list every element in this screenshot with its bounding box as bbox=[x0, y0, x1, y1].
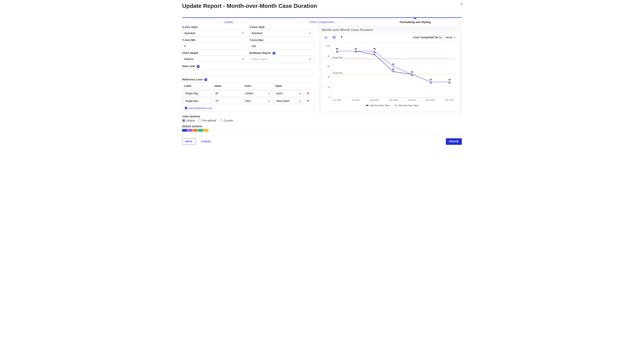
step-label: Details bbox=[224, 20, 233, 24]
page-title: Update Report - Month-over-Month Case Du… bbox=[182, 3, 462, 9]
svg-text:0: 0 bbox=[329, 96, 330, 98]
svg-text:60: 60 bbox=[328, 65, 330, 68]
footer: BACK CANCEL UPDATE bbox=[178, 136, 466, 148]
svg-rect-0 bbox=[333, 36, 335, 38]
chart-area: 020406080100Target Avg.Target MaxJun 202… bbox=[322, 42, 459, 111]
svg-text:20: 20 bbox=[328, 86, 330, 88]
svg-text:45: 45 bbox=[411, 71, 413, 73]
svg-text:Jul 2023: Jul 2023 bbox=[352, 99, 360, 101]
update-button[interactable]: UPDATE bbox=[446, 138, 462, 145]
modal-header: Update Report - Month-over-Month Case Du… bbox=[178, 0, 466, 13]
add-reference-line-label: Add Reference Line bbox=[189, 107, 212, 110]
form-panel: X-Axis Style Standard Y-Axis Style Stand… bbox=[182, 26, 314, 132]
svg-text:30: 30 bbox=[448, 78, 450, 81]
groupby-label: Case Completed On by bbox=[413, 36, 442, 39]
svg-text:Dec 2023: Dec 2023 bbox=[445, 99, 454, 101]
step-label: Chart Configuration bbox=[310, 20, 334, 24]
ref-color-select[interactable]: Red bbox=[243, 98, 273, 104]
svg-text:80: 80 bbox=[328, 55, 330, 57]
radio-icon bbox=[182, 119, 185, 122]
radio-icon bbox=[198, 119, 201, 122]
xaxis-style-label: X-Axis Style bbox=[182, 26, 246, 28]
step-formatting-styling[interactable]: Formatting and Styling bbox=[369, 17, 462, 24]
svg-text:30: 30 bbox=[430, 78, 432, 81]
delete-row-icon[interactable]: ✕ bbox=[306, 92, 309, 95]
groupby-select[interactable]: Month bbox=[444, 34, 458, 40]
step-label: Formatting and Styling bbox=[400, 20, 431, 24]
svg-text:Aug 2023: Aug 2023 bbox=[370, 99, 379, 101]
data-limit-input[interactable] bbox=[182, 69, 314, 76]
plus-icon: + bbox=[185, 107, 188, 110]
radio-label: Custom bbox=[224, 119, 233, 122]
help-icon[interactable]: ? bbox=[197, 65, 200, 68]
cancel-button[interactable]: CANCEL bbox=[198, 138, 214, 145]
yaxis-min-input[interactable] bbox=[182, 43, 246, 50]
yaxis-max-input[interactable] bbox=[250, 43, 314, 50]
reference-line-row: Red Short-dash ✕ bbox=[182, 97, 314, 105]
data-limit-label: Data Limit ? bbox=[182, 64, 314, 68]
drilldown-select[interactable]: Select Report bbox=[250, 56, 314, 63]
svg-text:Avg Num Days Open: Avg Num Days Open bbox=[370, 104, 390, 106]
yaxis-style-select[interactable]: Standard bbox=[250, 30, 314, 36]
table-view-icon[interactable] bbox=[331, 34, 337, 40]
color-swatch bbox=[193, 129, 198, 132]
svg-text:Target Max: Target Max bbox=[332, 56, 343, 58]
svg-text:50: 50 bbox=[392, 68, 394, 70]
color-scheme-predefined-radio[interactable]: Pre-defined bbox=[198, 119, 216, 122]
step-chart-configuration[interactable]: Chart Configuration bbox=[275, 17, 368, 24]
ref-value-input[interactable] bbox=[213, 98, 242, 104]
back-button[interactable]: BACK bbox=[182, 138, 196, 145]
ref-label-input[interactable] bbox=[183, 98, 212, 104]
step-details[interactable]: Details bbox=[182, 17, 275, 24]
color-swatch bbox=[198, 129, 203, 132]
xaxis-style-select[interactable]: Standard bbox=[182, 30, 246, 36]
ref-style-select[interactable]: Short-dash bbox=[274, 98, 304, 104]
svg-text:100: 100 bbox=[326, 45, 330, 47]
ref-header-value: Value bbox=[212, 82, 242, 90]
svg-text:40: 40 bbox=[328, 76, 330, 78]
ref-header-color: Color bbox=[242, 82, 274, 90]
ref-style-select[interactable]: Dash bbox=[274, 90, 304, 96]
stepper: Details Chart Configuration Formatting a… bbox=[182, 17, 462, 24]
delete-row-icon[interactable]: ✕ bbox=[306, 99, 309, 103]
preview-title: Month-over-Month Case Duration bbox=[322, 28, 459, 32]
default-scheme-label: Default Scheme bbox=[182, 125, 314, 128]
svg-point-53 bbox=[366, 104, 368, 106]
ref-value-input[interactable] bbox=[213, 90, 242, 96]
default-scheme-swatches bbox=[182, 129, 314, 132]
svg-text:90: 90 bbox=[354, 48, 357, 50]
reference-lines-label: Reference Lines ? bbox=[182, 78, 314, 81]
svg-text:90: 90 bbox=[374, 48, 376, 50]
color-scheme-default-radio[interactable]: Default bbox=[182, 119, 195, 122]
color-scheme-custom-radio[interactable]: Custom bbox=[220, 119, 233, 122]
chart-view-icon[interactable] bbox=[323, 34, 330, 40]
drilldown-label: Drilldown Report ? bbox=[250, 52, 314, 55]
filter-icon[interactable] bbox=[338, 34, 345, 40]
add-reference-line-button[interactable]: + Add Reference Line bbox=[182, 105, 314, 112]
svg-text:90: 90 bbox=[336, 48, 338, 50]
svg-text:Sep 2023: Sep 2023 bbox=[389, 99, 398, 101]
reference-lines-table: Label Value Color Style Amber Dash ✕ bbox=[182, 82, 314, 112]
ref-color-select[interactable]: Amber bbox=[243, 90, 273, 96]
color-swatch bbox=[182, 129, 187, 132]
help-icon[interactable]: ? bbox=[272, 52, 276, 55]
svg-text:Nov 2023: Nov 2023 bbox=[426, 99, 435, 101]
chart-height-select[interactable]: Medium bbox=[182, 56, 246, 62]
svg-text:Oct 2023: Oct 2023 bbox=[408, 99, 416, 101]
color-swatch bbox=[188, 129, 192, 132]
radio-label: Default bbox=[186, 119, 195, 122]
color-swatch bbox=[204, 129, 208, 132]
chart-height-label: Chart Height bbox=[182, 52, 246, 54]
yaxis-max-label: Y-Axis Max bbox=[250, 38, 314, 42]
ref-header-label: Label bbox=[182, 82, 212, 90]
yaxis-style-label: Y-Axis Style bbox=[250, 26, 314, 28]
yaxis-min-label: Y-Axis Min bbox=[182, 38, 246, 42]
svg-text:Jun 2023: Jun 2023 bbox=[333, 99, 341, 101]
help-icon[interactable]: ? bbox=[204, 78, 207, 81]
reference-line-row: Amber Dash ✕ bbox=[182, 90, 314, 97]
ref-header-style: Style bbox=[274, 82, 304, 90]
preview-card: Month-over-Month Case Duration Case Comp… bbox=[319, 26, 462, 114]
close-icon[interactable]: ✕ bbox=[460, 2, 464, 7]
ref-label-input[interactable] bbox=[183, 90, 212, 96]
color-scheme-label: Color Scheme bbox=[182, 115, 314, 118]
